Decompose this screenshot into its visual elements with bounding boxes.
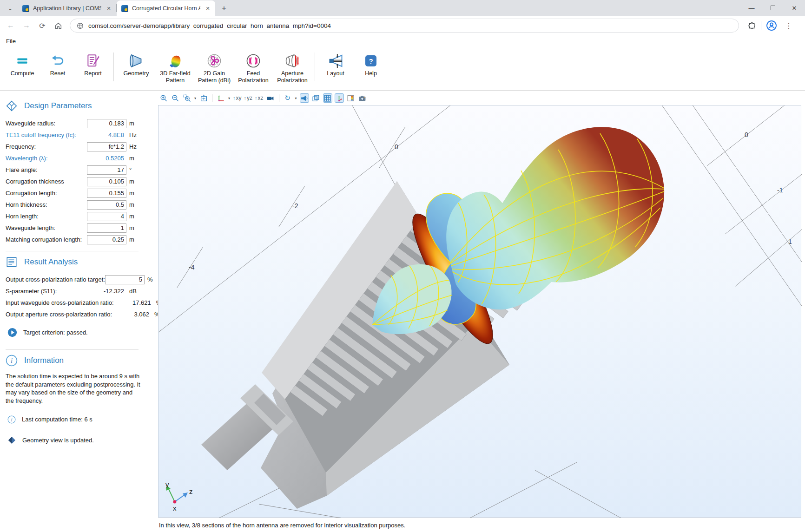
new-tab-button[interactable]: + — [218, 2, 230, 14]
tab-application-library[interactable]: Application Library | COMSOL S ✕ — [18, 0, 116, 16]
dropdown-caret-icon[interactable]: ▾ — [295, 96, 297, 100]
view-yz-button[interactable]: ↑ yz — [244, 95, 253, 101]
rotate-icon[interactable]: ↻ — [283, 93, 292, 103]
play-icon — [7, 328, 17, 337]
far-field-3d-button[interactable]: 3D Far-field Pattern — [156, 49, 195, 84]
app-menubar: File — [0, 35, 805, 47]
parameter-label: Corrugation thickness — [6, 178, 87, 185]
dropdown-caret-icon[interactable]: ▾ — [228, 96, 230, 100]
report-button[interactable]: Report — [75, 49, 111, 77]
aperture-polarization-button[interactable]: Aperture Polarization — [273, 49, 312, 84]
minimize-button[interactable]: — — [741, 0, 762, 16]
dropdown-caret-icon[interactable]: ▾ — [194, 96, 196, 100]
aperture-polarization-icon — [284, 52, 301, 70]
parameter-input[interactable] — [105, 275, 145, 284]
parameter-unit: m — [129, 190, 140, 197]
reload-button[interactable]: ⟳ — [35, 19, 49, 33]
zoom-box-icon[interactable] — [182, 93, 191, 103]
parameter-input[interactable] — [87, 119, 126, 128]
url-bar-row: ← → ⟳ comsol.com/server-demo/app/library… — [0, 16, 805, 35]
section-divider — [6, 251, 139, 251]
parameter-input[interactable] — [87, 189, 126, 198]
parameter-value: -12.322 — [104, 288, 126, 295]
parameter-input[interactable] — [87, 235, 126, 244]
zoom-out-icon[interactable] — [171, 93, 180, 103]
forward-button[interactable]: → — [20, 19, 33, 33]
last-computation-row: i Last computation time: 6 s — [7, 415, 140, 424]
feed-polarization-button[interactable]: Feed Polarization — [234, 49, 273, 84]
parameter-label: Waveguide length: — [6, 224, 87, 231]
geometry-icon — [128, 52, 145, 70]
site-info-icon[interactable] — [77, 22, 84, 29]
graphics-panel: ▾ ▾ ↑ xy ↑ yz ↑ xz — [144, 91, 805, 532]
tab-close-icon[interactable]: ✕ — [204, 5, 211, 12]
parameter-value: 0.5205 — [106, 155, 126, 162]
section-divider — [6, 349, 139, 350]
geometry-status-text: Geometry view is updated. — [22, 437, 94, 444]
button-label: Report — [84, 70, 102, 77]
parameter-label: Horn length: — [6, 213, 87, 220]
layout-icon — [327, 52, 344, 70]
triad-z-label: z — [189, 487, 193, 495]
back-button[interactable]: ← — [4, 19, 18, 33]
information-text: The solution time is expected to be arou… — [6, 372, 141, 405]
tick-label: -1 — [777, 186, 783, 194]
help-button[interactable]: ? Help — [353, 49, 389, 77]
tab-title: Corrugated Circular Horn Anten — [132, 5, 200, 12]
default-view-icon[interactable] — [216, 93, 225, 103]
compute-button[interactable]: Compute — [5, 49, 40, 77]
extensions-icon[interactable] — [747, 21, 756, 30]
snapshot-camera-icon[interactable] — [358, 93, 367, 103]
profile-avatar[interactable] — [766, 20, 777, 31]
tab-corrugated-horn[interactable]: Corrugated Circular Horn Anten ✕ — [117, 0, 215, 16]
home-button[interactable] — [51, 19, 65, 33]
view-xy-button[interactable]: ↑ xy — [233, 95, 242, 101]
help-icon: ? — [365, 55, 376, 66]
view-caption: In this view, 3/8 sections of the horn a… — [159, 522, 801, 529]
tab-close-icon[interactable]: ✕ — [105, 5, 112, 12]
view-xz-button[interactable]: ↑ xz — [255, 95, 264, 101]
reset-button[interactable]: Reset — [40, 49, 75, 77]
tab-search-button[interactable]: ⌄ — [4, 2, 17, 15]
file-menu[interactable]: File — [6, 38, 16, 45]
url-text: comsol.com/server-demo/app/library_corru… — [88, 22, 331, 29]
parameter-input[interactable] — [87, 212, 126, 221]
result-analysis-header: Result Analysis — [6, 256, 140, 268]
scene-light-icon[interactable] — [300, 93, 309, 103]
design-parameters-header: Design Parameters — [6, 100, 140, 112]
parameter-label: Output cross-polarization ratio target: — [6, 276, 105, 283]
gain-2d-button[interactable]: 2D Gain Pattern (dBi) — [195, 49, 234, 84]
browser-menu-button[interactable]: ⋮ — [782, 19, 796, 33]
toolbar-separator — [212, 94, 212, 102]
parameter-label: Waveguide radius: — [6, 120, 87, 127]
parameter-input[interactable] — [87, 142, 126, 151]
parameter-input[interactable] — [87, 223, 126, 233]
svg-text:i: i — [11, 417, 13, 422]
reset-icon — [50, 52, 66, 70]
color-legend-icon[interactable] — [346, 93, 356, 103]
show-grid-icon[interactable] — [323, 93, 332, 103]
parameter-input[interactable] — [87, 200, 126, 210]
window-controls: — ✕ — [741, 0, 805, 16]
address-bar[interactable]: comsol.com/server-demo/app/library_corru… — [70, 19, 739, 33]
maximize-button[interactable] — [762, 0, 784, 16]
parameter-label: Output aperture cross-polarization ratio… — [6, 311, 112, 318]
projector-icon[interactable] — [266, 93, 275, 103]
layout-button[interactable]: Layout — [318, 49, 353, 77]
parameter-row: Horn length:m — [6, 210, 140, 222]
parameter-input[interactable] — [87, 165, 126, 175]
zoom-extents-icon[interactable] — [199, 93, 208, 103]
axis-orientation-icon[interactable] — [335, 93, 344, 103]
close-button[interactable]: ✕ — [784, 0, 805, 16]
transparency-icon[interactable] — [311, 93, 321, 103]
section-title: Result Analysis — [24, 257, 78, 267]
parameter-input[interactable] — [87, 177, 126, 186]
graphics-canvas[interactable]: 0 -2 -4 0 -1 1 — [158, 105, 801, 518]
button-label: Polarization — [277, 77, 307, 84]
geometry-button[interactable]: Geometry — [117, 49, 156, 77]
button-label: 3D Far-field — [160, 70, 190, 77]
home-icon — [54, 22, 62, 30]
zoom-in-icon[interactable] — [159, 93, 168, 103]
parameter-row: Waveguide length:m — [6, 222, 140, 234]
toolbar-separator — [315, 53, 315, 81]
